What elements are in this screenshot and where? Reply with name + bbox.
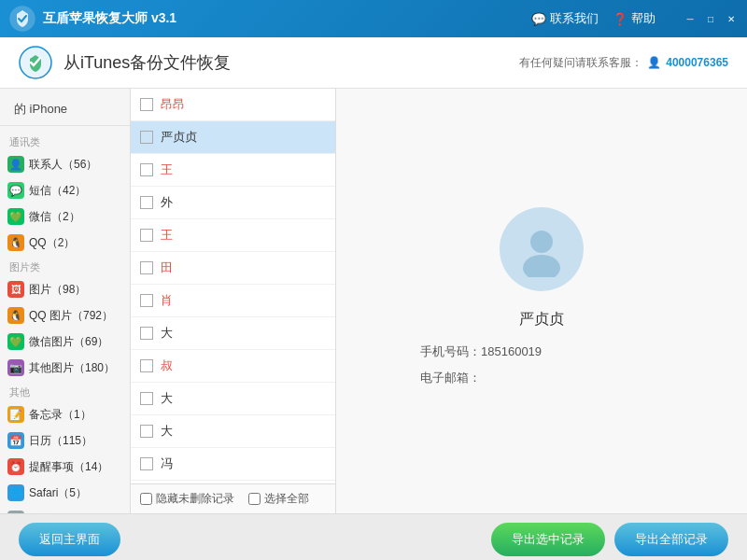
bottom-bar: 返回主界面 导出选中记录 导出全部记录 [0, 513, 747, 560]
safari-icon: 🌐 [7, 484, 24, 501]
contacts-icon: 👤 [7, 156, 24, 173]
contact-checkbox[interactable] [140, 196, 153, 209]
wechat-icon: 💚 [7, 208, 24, 225]
list-item[interactable]: 大 [131, 317, 335, 350]
contact-checkbox[interactable] [140, 294, 153, 307]
wechat-photos-label: 微信图片（69） [29, 334, 108, 350]
qq-icon: 🐧 [7, 234, 24, 251]
calendar-icon: 📅 [7, 432, 24, 449]
notes-label: 备忘录（1） [29, 407, 92, 423]
restore-icon [19, 46, 52, 79]
contact-phone: 手机号码：185160019 [420, 343, 663, 360]
contact-checkbox[interactable] [140, 131, 153, 144]
sidebar-item-sms[interactable]: 💬 短信（42） [0, 177, 130, 203]
help-icon: ❓ [613, 12, 627, 26]
contact-us-btn[interactable]: 💬 联系我们 [531, 10, 599, 27]
contact-name: 大 [161, 390, 173, 407]
photos-icon: 🖼 [7, 281, 24, 298]
svg-point-2 [530, 231, 553, 253]
sidebar-item-calendar[interactable]: 📅 日历（115） [0, 427, 130, 454]
sidebar-item-reminders[interactable]: ⏰ 提醒事项（14） [0, 454, 130, 480]
contact-name: 外 [161, 194, 173, 211]
chat-icon: 💬 [531, 12, 546, 26]
sidebar-item-photos[interactable]: 🖼 图片（98） [0, 276, 130, 302]
contact-name: 肖 [161, 292, 173, 309]
contact-checkbox[interactable] [140, 261, 153, 274]
sidebar-item-qq-photos[interactable]: 🐧 QQ 图片（792） [0, 302, 130, 329]
contact-name: 昂昂 [161, 96, 185, 113]
list-item[interactable]: 外 [131, 187, 335, 219]
sidebar-item-qq[interactable]: 🐧 QQ（2） [0, 230, 130, 256]
contact-checkbox[interactable] [140, 392, 153, 405]
page-title: 从iTunes备份文件恢复 [63, 51, 519, 74]
main-content: 的 iPhone 通讯类 👤 联系人（56） 💬 短信（42） 💚 微信（2） … [0, 89, 747, 513]
contact-checkbox[interactable] [140, 98, 153, 111]
notes-icon: 📝 [7, 406, 24, 423]
help-btn[interactable]: ❓ 帮助 [613, 10, 655, 27]
contact-label: 有任何疑问请联系客服： [519, 55, 642, 71]
sidebar-item-notes[interactable]: 📝 备忘录（1） [0, 401, 130, 427]
list-item[interactable]: 冯 [131, 448, 335, 481]
hide-deleted-checkbox[interactable] [140, 493, 152, 505]
contact-avatar [500, 207, 584, 291]
reminders-label: 提醒事项（14） [29, 459, 108, 475]
list-item[interactable]: 严贞贞 [131, 121, 335, 154]
contact-checkbox[interactable] [140, 327, 153, 340]
contact-list-body: 昂昂 严贞贞 王 外 王 田 [131, 89, 335, 483]
back-button[interactable]: 返回主界面 [19, 523, 120, 556]
contact-name: 叔 [161, 357, 173, 374]
sidebar-item-safari[interactable]: 🌐 Safari（5） [0, 480, 130, 506]
sidebar-item-notes-attachment[interactable]: 📎 备忘录附件 [0, 506, 130, 513]
contact-info: 有任何疑问请联系客服： 👤 4000076365 [519, 55, 728, 71]
minimize-btn[interactable]: ─ [684, 12, 697, 25]
sms-label: 短信（42） [29, 183, 86, 199]
list-item[interactable]: 叔 [131, 350, 335, 383]
sidebar-item-wechat-photos[interactable]: 💚 微信图片（69） [0, 329, 130, 355]
notes-attach-icon: 📎 [7, 511, 24, 513]
avatar-icon [514, 221, 570, 277]
contact-checkbox[interactable] [140, 457, 153, 470]
export-all-button[interactable]: 导出全部记录 [614, 523, 728, 556]
contact-name: 大 [161, 325, 173, 342]
sms-icon: 💬 [7, 182, 24, 199]
sidebar-item-contacts[interactable]: 👤 联系人（56） [0, 151, 130, 177]
contact-list: 昂昂 严贞贞 王 外 王 田 [131, 89, 336, 513]
list-item[interactable]: 田 [131, 252, 335, 285]
contact-name: 王 [161, 227, 173, 244]
maximize-btn[interactable]: □ [704, 12, 717, 25]
sidebar-item-wechat[interactable]: 💚 微信（2） [0, 203, 130, 230]
hide-deleted-label[interactable]: 隐藏未删除记录 [140, 491, 234, 507]
app-logo [9, 6, 35, 32]
help-label: 帮助 [631, 10, 655, 27]
photos-label: 图片（98） [29, 282, 86, 298]
export-selected-button[interactable]: 导出选中记录 [491, 523, 605, 556]
contact-checkbox[interactable] [140, 229, 153, 242]
list-item[interactable]: 大 [131, 383, 335, 415]
wechat-photos-icon: 💚 [7, 333, 24, 350]
notes-attach-label: 备忘录附件 [29, 511, 85, 514]
list-item[interactable]: 肖 [131, 285, 335, 317]
list-item[interactable]: 王 [131, 154, 335, 187]
person-icon: 👤 [647, 56, 661, 69]
contact-checkbox[interactable] [140, 163, 153, 176]
hide-deleted-text: 隐藏未删除记录 [156, 491, 234, 507]
select-all-label[interactable]: 选择全部 [248, 491, 309, 507]
device-label: 的 iPhone [0, 93, 130, 126]
right-panel: 严贞贞 手机号码：185160019 电子邮箱： [336, 89, 747, 513]
reminders-icon: ⏰ [7, 458, 24, 475]
other-photos-icon: 📷 [7, 359, 24, 376]
contact-number: 4000076365 [666, 56, 728, 69]
list-item[interactable]: 昂昂 [131, 89, 335, 121]
contact-checkbox[interactable] [140, 359, 153, 372]
list-item[interactable]: 大 [131, 415, 335, 448]
contact-checkbox[interactable] [140, 425, 153, 438]
category-other: 其他 [0, 381, 130, 401]
contacts-label: 联系人（56） [29, 157, 97, 173]
close-btn[interactable]: ✕ [725, 12, 738, 25]
list-item[interactable]: 王 [131, 219, 335, 252]
calendar-label: 日历（115） [29, 433, 92, 449]
qq-photos-icon: 🐧 [7, 307, 24, 324]
select-all-checkbox[interactable] [248, 493, 261, 505]
sidebar-item-other-photos[interactable]: 📷 其他图片（180） [0, 355, 130, 381]
contact-name: 大 [161, 423, 173, 440]
